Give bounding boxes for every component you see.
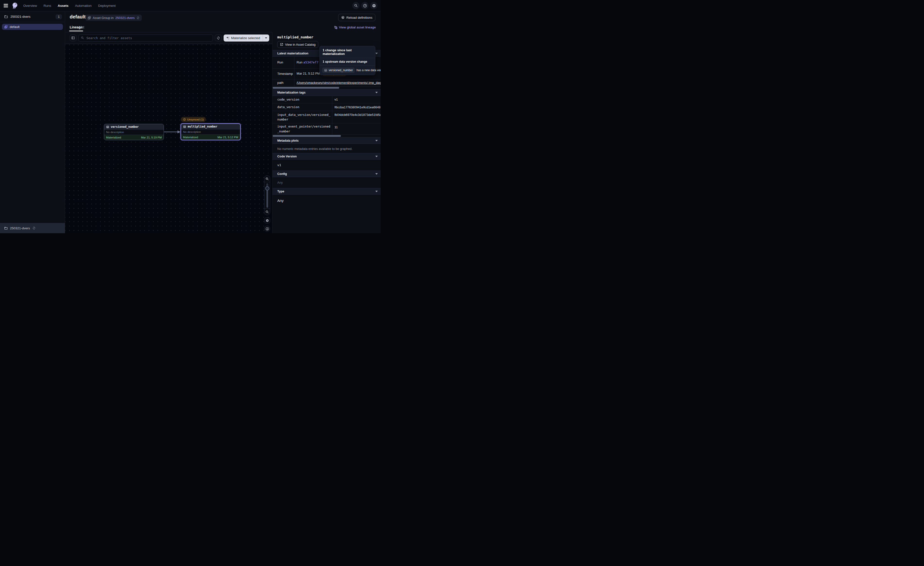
refresh-icon[interactable] [32, 226, 36, 230]
primary-nav: Overview Runs Assets Automation Deployme… [23, 4, 116, 8]
chevron-down-icon[interactable] [375, 92, 378, 93]
view-global-asset-lineage-label: View global asset lineage [339, 26, 376, 29]
chevron-down-icon[interactable] [375, 156, 378, 157]
section-heading: Metadata plots [277, 139, 298, 142]
sidebar-group-label: 250321-dvers [10, 15, 31, 18]
refresh-icon[interactable] [136, 16, 140, 20]
nav-runs[interactable]: Runs [44, 4, 51, 8]
asset-group-icon [88, 16, 91, 20]
chevron-down-icon[interactable] [375, 53, 378, 54]
asset-node-name: multiplied_number [188, 125, 218, 128]
changes-popover: 1 change since last materialization 1 up… [320, 46, 375, 75]
badge-prefix: Asset Group in [93, 16, 114, 20]
hamburger-menu-icon[interactable] [4, 4, 8, 7]
zoom-in-button[interactable] [264, 176, 270, 182]
tag-value: v1 [332, 96, 381, 104]
asset-group-icon [4, 25, 8, 29]
reload-definitions-button[interactable]: Reload definitions [338, 14, 375, 21]
horizontal-scrollbar[interactable] [273, 87, 339, 89]
sidebar-footer[interactable]: 250321-dvers [0, 223, 65, 233]
top-nav: Overview Runs Assets Automation Deployme… [0, 0, 381, 11]
materialization-tags-table: code_version v1 data_version f6ccba17763… [272, 96, 381, 135]
section-heading: Type [277, 190, 284, 193]
sidebar-item-label: default [10, 25, 20, 29]
asset-node-name: versioned_number [111, 125, 139, 128]
zoom-in-icon [266, 177, 269, 181]
section-code-version[interactable]: Code Version [272, 153, 381, 160]
section-config[interactable]: Config [272, 170, 381, 177]
download-icon [266, 227, 269, 231]
folder-icon [4, 15, 8, 19]
tabs-row: Lineage List View global asset lineage [65, 24, 381, 32]
zoom-out-icon [266, 210, 269, 214]
reload-cube-icon [341, 16, 345, 20]
page-title: default [70, 14, 86, 20]
nav-assets[interactable]: Assets [58, 4, 69, 8]
search-icon[interactable] [352, 2, 360, 9]
dagster-logo[interactable] [11, 2, 18, 9]
section-type[interactable]: Type [272, 188, 381, 194]
section-heading: Config [277, 172, 287, 176]
materialize-selected-button[interactable]: Materialize selected [224, 35, 269, 42]
sidebar-item-default[interactable]: default [2, 24, 63, 30]
sync-status-icon [183, 118, 186, 121]
panel-header: multiplied_number View in Asset Catalog [272, 32, 381, 48]
popover-message: has a new data version [356, 69, 381, 72]
help-icon[interactable] [361, 2, 369, 9]
tag-key: data_version [272, 104, 332, 111]
zoom-out-button[interactable] [264, 208, 270, 215]
chevron-down-icon[interactable] [375, 140, 378, 142]
code-version-value: v1 [277, 163, 381, 167]
horizontal-scrollbar[interactable] [273, 135, 341, 137]
sidebar-group-row[interactable]: 250321-dvers 1 [0, 11, 65, 22]
chevron-down-icon[interactable] [375, 173, 378, 175]
tab-list[interactable]: List [79, 25, 84, 29]
section-materialization-tags[interactable]: Materialization tags [272, 89, 381, 96]
folder-icon [4, 226, 8, 230]
zoom-controls [264, 175, 270, 215]
chevron-down-icon[interactable] [375, 191, 378, 192]
table-row: input_data_version/versioned_number fb04… [272, 111, 381, 123]
badge-group-link[interactable]: 250321-dvers [116, 16, 135, 20]
asset-node-description: No description [104, 129, 164, 135]
nav-overview[interactable]: Overview [23, 4, 37, 8]
reload-definitions-label: Reload definitions [346, 16, 372, 20]
asset-node-timestamp: Mar 21, 5:19 PM [141, 136, 162, 139]
materialize-dropdown-toggle[interactable] [262, 35, 269, 42]
lineage-graph-canvas[interactable]: Unsynced (1) versioned_number No descrip… [65, 44, 272, 233]
app-window: Overview Runs Assets Automation Deployme… [0, 0, 381, 233]
graph-settings-button[interactable] [264, 217, 270, 223]
unsynced-badge-label: Unsynced (1) [187, 118, 204, 121]
view-in-asset-catalog-button[interactable]: View in Asset Catalog [277, 41, 318, 48]
section-metadata-plots[interactable]: Metadata plots [272, 137, 381, 144]
unsynced-badge[interactable]: Unsynced (1) [181, 117, 206, 122]
refresh-graph-button[interactable] [215, 35, 222, 41]
nav-actions [352, 2, 378, 9]
expand-panel-button[interactable] [70, 35, 76, 41]
asset-node-versioned-number[interactable]: versioned_number No description Material… [104, 124, 164, 140]
download-graph-button[interactable] [264, 226, 270, 232]
settings-gear-icon[interactable] [370, 2, 378, 9]
search-input[interactable] [86, 36, 210, 40]
asset-group-badge: Asset Group in 250321-dvers [86, 15, 142, 21]
tag-value: 11 [332, 123, 381, 135]
graph-toolbar: Materialize selected [65, 32, 272, 44]
external-link-icon [280, 43, 284, 46]
tag-key: code_version [272, 96, 332, 104]
table-icon [324, 69, 327, 72]
asset-chip-label: versioned_number [329, 69, 353, 72]
nav-automation[interactable]: Automation [75, 4, 92, 8]
lineage-graph-icon [334, 26, 338, 29]
panel-toggle-icon [71, 36, 75, 40]
nav-deployment[interactable]: Deployment [98, 4, 116, 8]
asset-search-box[interactable] [78, 35, 213, 42]
asset-node-multiplied-number[interactable]: multiplied_number No description Materia… [181, 123, 241, 140]
run-key: Run [272, 57, 294, 68]
run-id-link[interactable]: a5347ef7 [303, 60, 318, 64]
path-link[interactable]: /Users/smackesey/stm/code/elementl/exper… [297, 81, 381, 84]
asset-chip[interactable]: versioned_number [322, 68, 355, 73]
view-global-asset-lineage-link[interactable]: View global asset lineage [334, 26, 376, 29]
zoom-slider-knob[interactable] [265, 186, 269, 190]
table-row: input_event_pointer/versioned_number 11 [272, 123, 381, 135]
asset-node-description: No description [181, 129, 240, 135]
